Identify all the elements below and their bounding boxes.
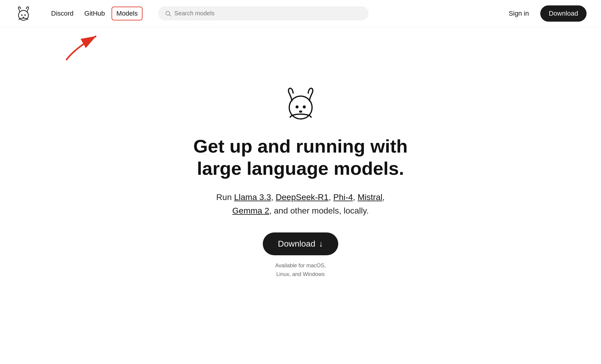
svg-point-9 bbox=[303, 105, 306, 108]
nav-right: Sign in Download bbox=[502, 5, 587, 22]
main-content: Get up and running with large language m… bbox=[0, 66, 601, 303]
model-link-gemma[interactable]: Gemma 2 bbox=[232, 206, 269, 215]
hero-ollama-logo-icon bbox=[281, 84, 320, 123]
svg-point-4 bbox=[166, 11, 170, 15]
svg-rect-3 bbox=[23, 17, 24, 18]
model-link-phi[interactable]: Phi-4 bbox=[333, 193, 353, 202]
model-link-llama[interactable]: Llama 3.3 bbox=[234, 193, 271, 202]
download-arrow-icon: ↓ bbox=[319, 239, 323, 249]
search-bar bbox=[158, 6, 369, 20]
logo[interactable] bbox=[14, 5, 32, 23]
available-text: Available for macOS,Linux, and Windows bbox=[275, 261, 326, 279]
svg-rect-10 bbox=[299, 111, 302, 113]
nav-download-button[interactable]: Download bbox=[540, 5, 587, 22]
nav-models[interactable]: Models bbox=[112, 7, 143, 20]
hero-title: Get up and running with large language m… bbox=[180, 135, 421, 180]
svg-line-5 bbox=[169, 15, 171, 16]
signin-button[interactable]: Sign in bbox=[502, 6, 535, 21]
svg-point-8 bbox=[296, 105, 299, 108]
navbar: Discord GitHub Models Sign in Download bbox=[0, 0, 601, 27]
download-label: Download bbox=[278, 239, 315, 249]
search-icon bbox=[165, 10, 171, 17]
nav-github[interactable]: GitHub bbox=[80, 7, 109, 20]
model-link-mistral[interactable]: Mistral bbox=[357, 193, 382, 202]
annotation-area bbox=[0, 27, 601, 66]
svg-point-2 bbox=[24, 14, 26, 16]
nav-discord[interactable]: Discord bbox=[47, 7, 78, 20]
svg-point-1 bbox=[21, 14, 23, 16]
hero-subtitle: Run Llama 3.3, DeepSeek-R1, Phi-4, Mistr… bbox=[216, 191, 385, 218]
subtitle-suffix: , and other models, locally. bbox=[269, 206, 369, 215]
subtitle-prefix: Run bbox=[216, 193, 234, 202]
search-input[interactable] bbox=[174, 10, 362, 17]
annotation-arrow bbox=[57, 30, 105, 66]
hero-download-button[interactable]: Download ↓ bbox=[263, 232, 338, 255]
ollama-logo-icon bbox=[14, 5, 32, 23]
model-link-deepseek[interactable]: DeepSeek-R1 bbox=[276, 193, 329, 202]
nav-links: Discord GitHub Models bbox=[47, 7, 143, 20]
